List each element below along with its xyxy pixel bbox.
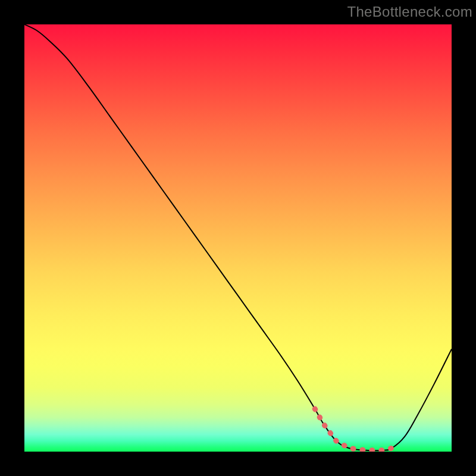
chart-frame: TheBottleneck.com xyxy=(0,0,476,476)
plot-area xyxy=(24,24,452,452)
flat-minimum-marker xyxy=(315,409,392,450)
bottleneck-curve xyxy=(24,24,452,450)
watermark-text: TheBottleneck.com xyxy=(347,4,472,20)
curve-svg xyxy=(24,24,452,452)
